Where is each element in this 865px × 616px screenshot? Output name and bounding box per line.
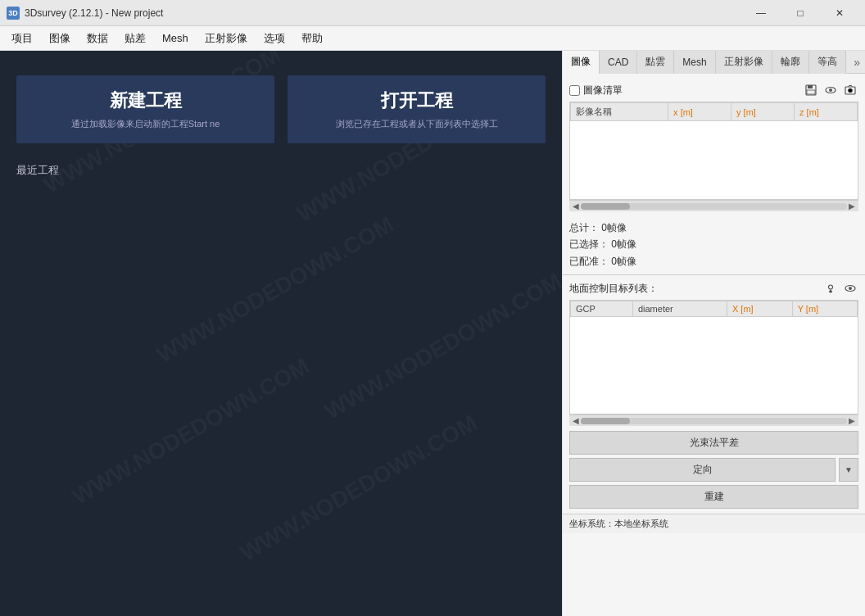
menu-item-project[interactable]: 项目 xyxy=(3,28,41,49)
matched-label: 已配准： xyxy=(569,256,609,267)
gcp-table: GCP diameter X [m] Y [m] xyxy=(570,301,858,317)
col-gcp-y: Y [m] xyxy=(792,301,857,317)
menu-item-image[interactable]: 图像 xyxy=(41,28,79,49)
total-label: 总计： xyxy=(569,222,599,233)
total-value: 0帧像 xyxy=(601,222,627,233)
image-list-label: 圖像清單 xyxy=(583,84,623,97)
menu-item-data[interactable]: 数据 xyxy=(79,28,116,49)
image-toolbar-icons xyxy=(803,82,858,98)
stats-total: 总计： 0帧像 xyxy=(569,220,858,236)
location-icon xyxy=(825,283,836,294)
titlebar: 3D 3Dsurvey (2.12.1) - New project — □ ✕ xyxy=(0,0,865,26)
save-icon-button[interactable] xyxy=(803,82,819,98)
gcp-toolbar-icons xyxy=(822,280,858,297)
scroll-right-arrow[interactable]: ▶ xyxy=(847,202,857,211)
tab-elevation[interactable]: 等高 xyxy=(809,51,846,74)
tabs-bar: 圖像 CAD 點雲 Mesh 正射影像 輪廓 等高 » xyxy=(563,51,865,74)
left-panel: WWW.NODEDOWN.COM WWW.NODEDOWN.COM WWW.NO… xyxy=(0,51,562,616)
eye-icon-button[interactable] xyxy=(822,82,839,98)
gcp-scroll-right-arrow[interactable]: ▶ xyxy=(847,416,857,425)
open-project-button[interactable]: 打开工程 浏览已存在工程或者从下面列表中选择工 xyxy=(288,75,546,143)
image-list-checkbox-label[interactable]: 圖像清單 xyxy=(569,84,623,97)
minimize-button[interactable]: — xyxy=(742,0,780,26)
svg-point-9 xyxy=(849,287,852,290)
selected-value: 0帧像 xyxy=(611,238,636,250)
scrollbar-thumb[interactable] xyxy=(581,203,630,210)
watermark-2: WWW.NODEDOWN.COM xyxy=(152,211,397,369)
image-table-wrapper[interactable]: 影像名稱 x [m] y [m] z [m] xyxy=(569,102,858,200)
tab-more-button[interactable]: » xyxy=(849,56,865,69)
col-x: x [m] xyxy=(668,103,731,121)
selected-label: 已选择： xyxy=(569,238,609,250)
svg-rect-1 xyxy=(808,85,813,88)
watermark-3: WWW.NODEDOWN.COM xyxy=(68,353,314,510)
orient-row: 定向 ▼ xyxy=(569,458,858,482)
new-project-title: 新建工程 xyxy=(26,88,265,113)
scrollbar-track[interactable] xyxy=(581,203,847,210)
recent-projects-label: 最近工程 xyxy=(16,163,546,178)
gcp-table-wrapper[interactable]: GCP diameter X [m] Y [m] xyxy=(569,300,858,414)
gcp-scrollbar-thumb[interactable] xyxy=(581,418,630,424)
main-container: WWW.NODEDOWN.COM WWW.NODEDOWN.COM WWW.NO… xyxy=(0,51,865,616)
image-section: 圖像清單 xyxy=(563,74,865,216)
image-list-header: 圖像清單 xyxy=(569,79,858,102)
gcp-table-scrollbar[interactable]: ◀ ▶ xyxy=(569,414,858,426)
scroll-left-arrow[interactable]: ◀ xyxy=(571,202,581,211)
gcp-section-header: 地面控制目标列表： xyxy=(563,277,865,300)
new-project-button[interactable]: 新建工程 通过加载影像来启动新的工程Start ne xyxy=(16,75,274,143)
close-button[interactable]: ✕ xyxy=(821,0,858,26)
menu-item-options[interactable]: 选项 xyxy=(256,28,293,49)
svg-point-7 xyxy=(829,285,833,289)
gcp-eye-icon-button[interactable] xyxy=(842,280,858,297)
eye-icon xyxy=(825,84,836,96)
image-table: 影像名稱 x [m] y [m] z [m] xyxy=(570,102,858,121)
right-panel: 圖像 CAD 點雲 Mesh 正射影像 輪廓 等高 » 圖像清單 xyxy=(562,51,865,616)
window-controls: — □ ✕ xyxy=(742,0,858,26)
gcp-scroll-left-arrow[interactable]: ◀ xyxy=(571,416,581,425)
col-gcp: GCP xyxy=(571,301,633,317)
rebuild-button[interactable]: 重建 xyxy=(569,485,858,509)
tab-pointcloud[interactable]: 點雲 xyxy=(637,51,674,74)
svg-point-6 xyxy=(849,88,853,93)
col-diameter: diameter xyxy=(632,301,727,317)
col-y: y [m] xyxy=(731,103,795,121)
gcp-location-icon-button[interactable] xyxy=(822,280,839,297)
camera-icon xyxy=(845,84,856,96)
window-title: 3Dsurvey (2.12.1) - New project xyxy=(25,7,742,19)
col-z: z [m] xyxy=(795,103,858,121)
camera-icon-button[interactable] xyxy=(842,82,858,98)
orient-dropdown-arrow[interactable]: ▼ xyxy=(839,458,858,482)
orient-button[interactable]: 定向 xyxy=(569,458,836,482)
coord-bar: 坐标系统：本地坐标系统 xyxy=(563,514,865,533)
menu-item-help[interactable]: 帮助 xyxy=(293,28,331,49)
image-list-checkbox[interactable] xyxy=(569,85,580,96)
image-table-scrollbar[interactable]: ◀ ▶ xyxy=(569,200,858,211)
tab-contour[interactable]: 輪廓 xyxy=(772,51,809,74)
left-content: 新建工程 通过加载影像来启动新的工程Start ne 打开工程 浏览已存在工程或… xyxy=(0,51,562,201)
menu-item-patch[interactable]: 贴差 xyxy=(116,28,154,49)
menu-item-orthophoto[interactable]: 正射影像 xyxy=(197,28,256,49)
watermark-6: WWW.NODEDOWN.COM xyxy=(236,410,482,567)
col-image-name: 影像名稱 xyxy=(571,103,668,121)
app-icon: 3D xyxy=(7,7,20,20)
tab-mesh[interactable]: Mesh xyxy=(674,51,715,74)
new-project-desc: 通过加载影像来启动新的工程Start ne xyxy=(26,118,265,130)
svg-point-4 xyxy=(829,88,832,92)
bottom-buttons: 光束法平差 定向 ▼ 重建 xyxy=(563,426,865,514)
maximize-button[interactable]: □ xyxy=(781,0,819,26)
svg-rect-2 xyxy=(807,90,815,94)
menubar: 项目 图像 数据 贴差 Mesh 正射影像 选项 帮助 xyxy=(0,26,865,51)
stats-selected: 已选择： 0帧像 xyxy=(569,236,858,252)
tab-orthophoto[interactable]: 正射影像 xyxy=(716,51,772,74)
menu-item-mesh[interactable]: Mesh xyxy=(154,29,197,48)
gcp-scrollbar-track[interactable] xyxy=(581,418,847,424)
gcp-eye-icon xyxy=(845,283,856,294)
open-project-title: 打开工程 xyxy=(297,88,536,113)
tab-cad[interactable]: CAD xyxy=(600,51,637,74)
bundle-adjust-button[interactable]: 光束法平差 xyxy=(569,431,858,455)
stats-area: 总计： 0帧像 已选择： 0帧像 已配准： 0帧像 xyxy=(563,216,865,273)
col-gcp-x: X [m] xyxy=(727,301,792,317)
action-buttons: 新建工程 通过加载影像来启动新的工程Start ne 打开工程 浏览已存在工程或… xyxy=(16,75,546,143)
tab-image[interactable]: 圖像 xyxy=(563,51,600,74)
gcp-label: 地面控制目标列表： xyxy=(569,282,658,296)
